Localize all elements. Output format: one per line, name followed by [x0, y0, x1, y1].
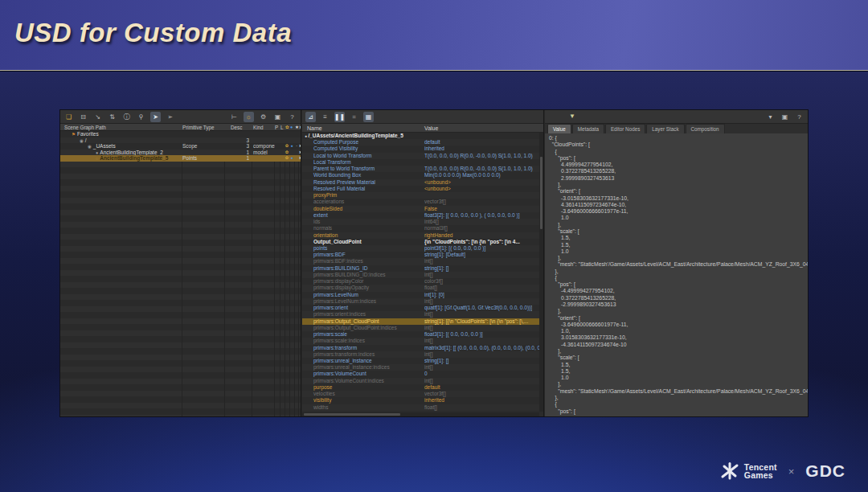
property-row[interactable]: primvars:scale:indices int[]	[302, 338, 539, 344]
property-row[interactable]: World Bounding Box Min(0.0 0.0 0.0) Max(…	[302, 172, 539, 178]
collapse-all-icon[interactable]: ⊟	[78, 112, 88, 122]
column-primitive-type[interactable]: Primitive Type	[182, 125, 214, 130]
nav-mode-icon[interactable]: ➢	[165, 112, 175, 122]
filter-funnel-icon[interactable]: ▼	[569, 113, 575, 120]
hierarchy-icon[interactable]: ⊢	[229, 112, 240, 122]
property-header: Name Value	[302, 124, 543, 133]
property-row[interactable]: Resolved Preview Material <unbound>	[302, 179, 539, 186]
property-row[interactable]: normals normal3f[]	[302, 225, 539, 232]
property-row[interactable]: primvars:scale float3[1]: [( 0.0, 0.0, 0…	[302, 331, 539, 338]
pick-mode-icon[interactable]: ➤	[150, 112, 161, 122]
property-row[interactable]: primvars:LevelNum:indices int[]	[302, 298, 539, 305]
property-row[interactable]: primvars:displayColor color3f[]	[302, 278, 539, 285]
property-row[interactable]: doubleSided False	[302, 206, 539, 212]
property-row[interactable]: primvars:VolumeCount 0	[302, 371, 539, 377]
visibility-icon[interactable]: ✿	[285, 150, 289, 156]
list-view-icon[interactable]: ≡	[320, 112, 330, 122]
property-row[interactable]: widths float[]	[302, 404, 539, 411]
filter-sliders-icon[interactable]: ⇅	[107, 112, 117, 122]
property-row[interactable]: primvars:unreal_instance:indices int[]	[302, 364, 539, 371]
info-icon[interactable]: ⓘ	[121, 112, 132, 122]
vis-column-icon[interactable]: ✿	[285, 125, 289, 129]
expand-arrow-icon[interactable]: ↘	[92, 112, 103, 122]
property-row[interactable]: Output_CloudPoint {\n "CloudPoints": [\n…	[302, 239, 539, 245]
tree-view-icon[interactable]: ⊿	[305, 112, 316, 122]
property-row[interactable]: Resolved Full Material <unbound>	[302, 186, 539, 192]
property-row[interactable]: purpose default	[302, 384, 539, 391]
property-row[interactable]: points point3f[1]: [( 0.0, 0.0, 0.0 )]	[302, 245, 539, 252]
property-row[interactable]: extent float3[2]: [( 0.0, 0.0, 0.0 ), ( …	[302, 212, 539, 219]
property-row[interactable]: velocities vector3f[]	[302, 391, 539, 397]
property-row[interactable]: primvars:BUILDING_ID:indices int[]	[302, 272, 539, 278]
layers-icon[interactable]: ❏	[63, 112, 74, 122]
tree-row[interactable]: ●AncientBuildingTemplate_2 1 model ✿ ● -…	[60, 150, 301, 156]
property-row[interactable]: primvars:LevelNum int[1]: [0]	[302, 292, 539, 298]
property-row[interactable]: Computed Visibility inherited	[302, 146, 539, 152]
slide-header: USD for Custom Data	[0, 0, 868, 71]
tencent-games-logo: Tencent Games	[720, 461, 777, 481]
property-vertical-scrollbar[interactable]	[539, 133, 543, 412]
search-icon[interactable]: ⚲	[136, 112, 146, 122]
property-row[interactable]: ids int64[]	[302, 219, 539, 225]
value-json-view[interactable]: 0: { "CloudPoints": [ { "pos": [ 4.49999…	[545, 133, 808, 416]
property-row[interactable]: primvars:displayOpacity float[]	[302, 285, 539, 291]
property-row[interactable]: primvars:BDF string[1]: [Default]	[302, 252, 539, 258]
property-row[interactable]: primvars:unreal_instance string[1]: []	[302, 358, 539, 364]
column-p[interactable]: P	[275, 125, 278, 130]
column-l[interactable]: L	[280, 125, 284, 130]
draw-column-icon[interactable]: ●	[290, 125, 293, 129]
split-view-icon[interactable]: ❚❚	[334, 112, 345, 122]
property-row[interactable]: orientation rightHanded	[302, 232, 539, 239]
compact-view-icon[interactable]: =	[349, 112, 359, 122]
column-value[interactable]: Value	[424, 125, 438, 131]
prim-icon: ◌	[96, 156, 98, 161]
inspector-tab[interactable]: Metadata	[572, 124, 604, 133]
property-row[interactable]: primvars:transform matrix3d[1]: [[ (0.0,…	[302, 345, 539, 351]
draw-mode-icon[interactable]: ●	[289, 155, 294, 162]
settings-gear-icon[interactable]: ⚙	[258, 112, 268, 122]
sun-icon[interactable]: ☼	[244, 112, 254, 122]
tencent-wordmark-line2: Games	[744, 471, 777, 479]
scene-graph-tree: ⚑Favorites ✿ ● - ➤ ◉/ 3	[60, 131, 301, 162]
inspector-tab[interactable]: Editor Nodes	[605, 124, 645, 133]
property-row[interactable]: primvars:BDF:indices int[]	[302, 258, 539, 264]
property-row[interactable]: primvars:orient:indices int[]	[302, 311, 539, 318]
inspector-tab[interactable]: Value	[547, 124, 571, 133]
tree-row[interactable]: ◌AncientBuildingTemplate_5 Points 1 ✿ ● …	[60, 155, 301, 162]
property-row[interactable]: Computed Purpose default	[302, 139, 539, 146]
help-icon[interactable]: ?	[794, 112, 805, 122]
property-row[interactable]: primvars:transform:indices int[]	[302, 351, 539, 358]
property-row[interactable]: proxyPrim	[302, 192, 539, 199]
property-row[interactable]: accelerations vector3f[]	[302, 199, 539, 205]
tree-row[interactable]: ⚑Favorites ✿ ● - ➤	[60, 131, 301, 137]
property-row[interactable]: Local to World Transform T(0.0, 0.0, 0.0…	[302, 153, 539, 159]
scrollbar-thumb[interactable]	[540, 157, 542, 229]
property-horizontal-scrollbar[interactable]	[302, 412, 539, 416]
column-desc[interactable]: Desc	[231, 125, 242, 130]
property-row[interactable]: primvars:Output_CloudPoint:indices int[]	[302, 325, 539, 331]
property-row[interactable]: /_UAssets/AncientBuildingTemplate_5	[302, 133, 539, 139]
column-name[interactable]: Name	[307, 125, 322, 131]
property-row[interactable]: primvars:BUILDING_ID string[1]: []	[302, 265, 539, 272]
scene-graph-empty-area	[60, 162, 301, 417]
property-row[interactable]: Local Transform	[302, 159, 539, 166]
grid-view-icon[interactable]: ▦	[363, 112, 374, 122]
inspector-tab[interactable]: Layer Stack	[646, 124, 684, 133]
camera-icon[interactable]: ▣	[272, 112, 283, 122]
tree-row[interactable]: ◉_UAssets Scope 3 component ✿ ● - ➤	[60, 143, 301, 150]
property-row[interactable]: primvars:orient quatf[1]: [Gf.Quatf(1.0,…	[302, 305, 539, 311]
scene-graph-toolbar: ❏⊟↘⇅ⓘ⚲➤➢ ⊢☼⚙▣?	[60, 110, 301, 124]
camera-icon[interactable]: ▣	[780, 112, 790, 122]
tree-row[interactable]: ◉/ 3 ✿ ● - ➤	[60, 137, 301, 144]
inspector-tab[interactable]: Composition	[686, 124, 725, 133]
dropdown-caret-icon[interactable]: ▾	[765, 112, 776, 122]
property-row[interactable]: Parent to World Transform T(0.0, 0.0, 0.…	[302, 166, 539, 172]
property-row[interactable]: visibility inherited	[302, 397, 539, 404]
property-row[interactable]: primvars:VolumeCount:indices int[]	[302, 378, 539, 384]
cursor-column-icon[interactable]: ➤	[299, 125, 301, 129]
column-kind[interactable]: Kind	[253, 125, 264, 130]
scrollbar-thumb[interactable]	[304, 413, 400, 416]
help-icon[interactable]: ?	[287, 112, 297, 122]
property-row[interactable]: primvars:Output_CloudPoint string[1]: [{…	[302, 318, 539, 325]
column-scene-graph-path[interactable]: Scene Graph Path	[64, 125, 106, 130]
